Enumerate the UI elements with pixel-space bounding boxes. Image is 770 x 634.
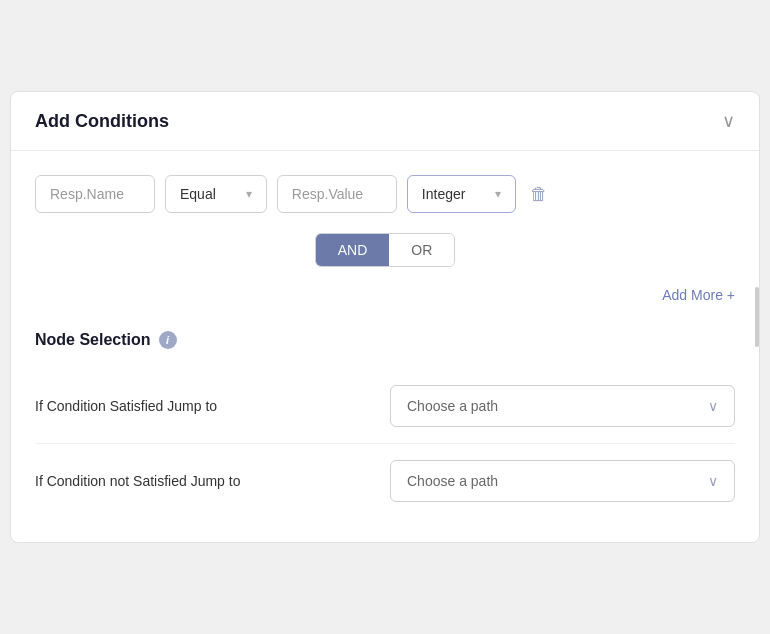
condition-not-satisfied-chevron-icon: ∨	[708, 473, 718, 489]
add-more-row: Add More +	[35, 287, 735, 303]
integer-select[interactable]: Integer ▾	[407, 175, 517, 213]
resp-value-input[interactable]: Resp.Value	[277, 175, 397, 213]
toggle-group: AND OR	[315, 233, 456, 267]
card-header: Add Conditions ∨	[11, 92, 759, 151]
integer-chevron-icon: ▾	[495, 187, 501, 201]
condition-satisfied-select[interactable]: Choose a path ∨	[390, 385, 735, 427]
add-conditions-card: Add Conditions ∨ Resp.Name Equal ▾ Resp.…	[10, 91, 760, 543]
and-toggle-button[interactable]: AND	[316, 234, 390, 266]
card-title: Add Conditions	[35, 111, 169, 132]
condition-satisfied-chevron-icon: ∨	[708, 398, 718, 414]
node-selection-info-icon[interactable]: i	[159, 331, 177, 349]
equal-select[interactable]: Equal ▾	[165, 175, 267, 213]
condition-not-satisfied-label: If Condition not Satisfied Jump to	[35, 473, 240, 489]
node-selection-title: Node Selection	[35, 331, 151, 349]
or-toggle-button[interactable]: OR	[389, 234, 454, 266]
collapse-chevron-icon[interactable]: ∨	[722, 110, 735, 132]
equal-select-value: Equal	[180, 186, 216, 202]
card-body: Resp.Name Equal ▾ Resp.Value Integer ▾ 🗑…	[11, 151, 759, 542]
conditions-row: Resp.Name Equal ▾ Resp.Value Integer ▾ 🗑	[35, 175, 735, 213]
add-more-button[interactable]: Add More +	[662, 287, 735, 303]
and-or-toggle-container: AND OR	[35, 233, 735, 267]
equal-chevron-icon: ▾	[246, 187, 252, 201]
condition-satisfied-label: If Condition Satisfied Jump to	[35, 398, 217, 414]
node-selection-header: Node Selection i	[35, 331, 735, 349]
condition-not-satisfied-placeholder: Choose a path	[407, 473, 498, 489]
scrollbar[interactable]	[755, 287, 759, 347]
integer-select-value: Integer	[422, 186, 466, 202]
condition-not-satisfied-row: If Condition not Satisfied Jump to Choos…	[35, 444, 735, 518]
delete-condition-icon[interactable]: 🗑	[526, 180, 552, 209]
condition-not-satisfied-select[interactable]: Choose a path ∨	[390, 460, 735, 502]
condition-satisfied-placeholder: Choose a path	[407, 398, 498, 414]
resp-name-input[interactable]: Resp.Name	[35, 175, 155, 213]
condition-satisfied-row: If Condition Satisfied Jump to Choose a …	[35, 369, 735, 444]
node-selection-section: Node Selection i If Condition Satisfied …	[35, 331, 735, 518]
